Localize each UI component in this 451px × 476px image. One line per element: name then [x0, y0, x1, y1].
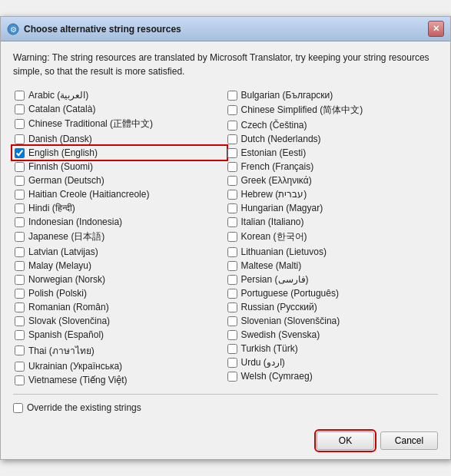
language-label-malay: Malay (Melayu) [28, 260, 91, 271]
list-item: Arabic (العربية) [13, 89, 226, 101]
language-checkbox-greek[interactable] [227, 176, 237, 186]
language-label-persian: Persian (فارسی) [241, 274, 309, 285]
language-label-catalan: Catalan (Català) [28, 104, 95, 114]
language-label-dutch: Dutch (Nederlands) [241, 134, 321, 144]
list-item: Lithuanian (Lietuvos) [226, 246, 439, 258]
language-checkbox-korean[interactable] [227, 232, 237, 242]
language-checkbox-indonesian[interactable] [15, 217, 25, 227]
list-item: German (Deutsch) [13, 174, 226, 187]
language-checkbox-arabic[interactable] [15, 91, 25, 101]
language-label-thai: Thai (ภาษาไทย) [28, 343, 95, 358]
language-label-indonesian: Indonesian (Indonesia) [28, 217, 122, 227]
language-label-ukrainian: Ukrainian (Українська) [28, 361, 122, 372]
list-item: Persian (فارسی) [226, 273, 439, 286]
language-label-finnish: Finnish (Suomi) [28, 161, 93, 172]
language-checkbox-catalan[interactable] [15, 104, 25, 114]
language-checkbox-turkish[interactable] [227, 344, 237, 354]
close-button[interactable]: ✕ [428, 21, 444, 37]
list-item: Thai (ภาษาไทย) [13, 342, 226, 359]
list-item: Dutch (Nederlands) [226, 133, 439, 145]
language-checkbox-italian[interactable] [227, 217, 237, 227]
language-checkbox-persian[interactable] [227, 275, 237, 285]
language-checkbox-portuguese[interactable] [227, 289, 237, 299]
language-checkbox-polish[interactable] [15, 289, 25, 299]
language-label-korean: Korean (한국어) [241, 230, 307, 243]
language-checkbox-vietnamese[interactable] [15, 375, 25, 385]
language-checkbox-thai[interactable] [15, 345, 25, 355]
language-label-norwegian: Norwegian (Norsk) [28, 274, 105, 285]
language-label-welsh: Welsh (Cymraeg) [241, 371, 313, 382]
language-checkbox-hebrew[interactable] [227, 190, 237, 200]
cancel-button[interactable]: Cancel [380, 431, 438, 450]
language-label-swedish: Swedish (Svenska) [241, 329, 320, 340]
language-columns: Arabic (العربية)Catalan (Català)Chinese … [13, 89, 438, 386]
language-checkbox-estonian[interactable] [227, 148, 237, 158]
ok-button[interactable]: OK [317, 431, 374, 450]
language-label-chinese-traditional: Chinese Traditional (正體中文) [28, 117, 153, 131]
language-label-portuguese: Portuguese (Português) [241, 288, 339, 299]
list-item: Ukrainian (Українська) [13, 360, 226, 372]
language-label-italian: Italian (Italiano) [241, 217, 304, 227]
list-item: Italian (Italiano) [226, 216, 439, 228]
language-checkbox-spanish[interactable] [15, 330, 25, 340]
language-checkbox-norwegian[interactable] [15, 275, 25, 285]
language-checkbox-latvian[interactable] [15, 247, 25, 257]
override-row: Override the existing strings [13, 402, 438, 413]
language-checkbox-japanese[interactable] [15, 232, 25, 242]
language-checkbox-haitian-creole[interactable] [15, 190, 25, 200]
language-checkbox-danish[interactable] [15, 134, 25, 144]
language-checkbox-welsh[interactable] [227, 372, 237, 382]
language-checkbox-hindi[interactable] [15, 203, 25, 213]
list-item: Russian (Русский) [226, 301, 439, 313]
language-checkbox-russian[interactable] [227, 302, 237, 312]
language-checkbox-german[interactable] [15, 176, 25, 186]
list-item: Malay (Melayu) [13, 259, 226, 272]
language-label-romanian: Romanian (Român) [28, 302, 109, 312]
list-item: Norwegian (Norsk) [13, 273, 226, 286]
language-label-chinese-simplified: Chinese Simplified (简体中文) [241, 104, 363, 117]
language-label-danish: Danish (Dansk) [28, 134, 92, 144]
list-item: Polish (Polski) [13, 287, 226, 299]
language-checkbox-chinese-traditional[interactable] [15, 119, 25, 129]
language-checkbox-swedish[interactable] [227, 330, 237, 340]
list-item: Hungarian (Magyar) [226, 202, 439, 214]
language-label-polish: Polish (Polski) [28, 288, 87, 299]
language-checkbox-french[interactable] [227, 162, 237, 172]
language-label-german: German (Deutsch) [28, 175, 104, 186]
language-checkbox-maltese[interactable] [227, 261, 237, 271]
language-checkbox-slovak[interactable] [15, 316, 25, 326]
language-checkbox-english[interactable] [15, 148, 25, 158]
list-item: Greek (Ελληνικά) [226, 174, 439, 187]
language-checkbox-chinese-simplified[interactable] [227, 105, 237, 115]
language-label-french: French (Français) [241, 161, 314, 172]
language-label-estonian: Estonian (Eesti) [241, 147, 307, 158]
language-checkbox-bulgarian[interactable] [227, 91, 237, 101]
language-checkbox-ukrainian[interactable] [15, 362, 25, 372]
language-label-hungarian: Hungarian (Magyar) [241, 203, 323, 213]
language-label-hindi: Hindi (हिन्दी) [28, 203, 75, 213]
svg-text:⚙: ⚙ [10, 25, 17, 34]
language-checkbox-lithuanian[interactable] [227, 247, 237, 257]
list-item: Slovenian (Slovenščina) [226, 315, 439, 327]
language-checkbox-slovenian[interactable] [227, 316, 237, 326]
language-checkbox-czech[interactable] [227, 121, 237, 131]
list-item: English (English) [13, 147, 226, 159]
list-item: Spanish (Español) [13, 329, 226, 341]
language-checkbox-hungarian[interactable] [227, 203, 237, 213]
language-checkbox-finnish[interactable] [15, 162, 25, 172]
language-label-urdu: Urdu (اردو) [241, 357, 285, 368]
language-checkbox-urdu[interactable] [227, 358, 237, 368]
button-bar: OK Cancel [13, 425, 438, 450]
list-item: Hebrew (עברית) [226, 188, 439, 200]
list-item: Estonian (Eesti) [226, 147, 439, 159]
language-label-spanish: Spanish (Español) [28, 329, 104, 340]
warning-text: Warning: The string resources are transl… [13, 51, 438, 78]
language-checkbox-malay[interactable] [15, 261, 25, 271]
list-item: Danish (Dansk) [13, 133, 226, 145]
list-item: Indonesian (Indonesia) [13, 216, 226, 228]
language-checkbox-dutch[interactable] [227, 134, 237, 144]
language-label-czech: Czech (Čeština) [241, 120, 307, 131]
language-checkbox-romanian[interactable] [15, 302, 25, 312]
override-checkbox[interactable] [13, 403, 23, 413]
language-label-maltese: Maltese (Malti) [241, 260, 302, 271]
